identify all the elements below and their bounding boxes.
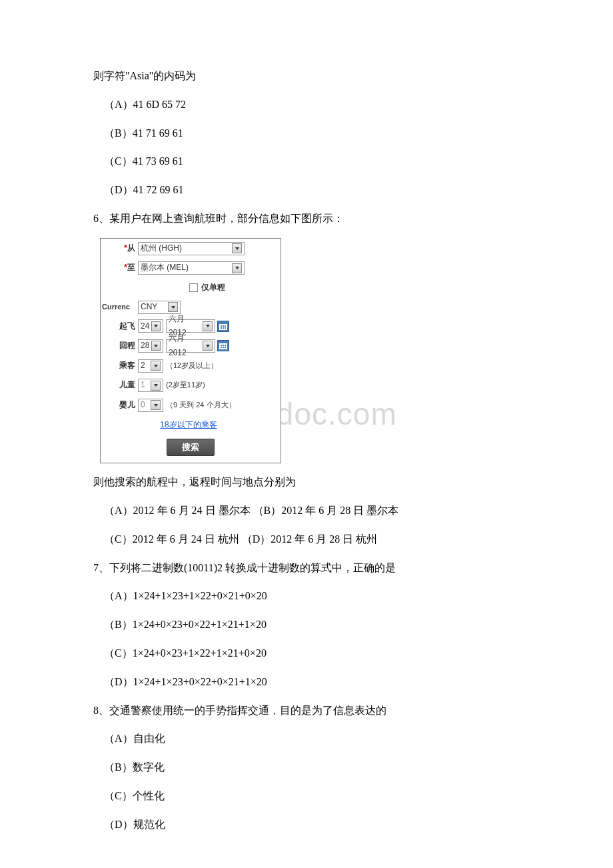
from-label: *从 bbox=[101, 241, 138, 256]
currency-value: CNY bbox=[141, 300, 166, 315]
q6-stem: 6、某用户在网上查询航班时，部分信息如下图所示： bbox=[93, 209, 526, 229]
q6-after: 则他搜索的航程中，返程时间与地点分别为 bbox=[93, 473, 526, 492]
q8-option-a: （A）自由化 bbox=[93, 729, 526, 749]
child-hint: (2岁至11岁) bbox=[166, 379, 205, 392]
q8-stem: 8、交通警察使用统一的手势指挥交通，目的是为了信息表达的 bbox=[93, 701, 526, 721]
q5-option-b: （B）41 71 69 61 bbox=[93, 124, 526, 143]
pax-label: 乘客 bbox=[101, 359, 138, 373]
q6-option-ab: （A）2012 年 6 月 24 日 墨尔本 （B）2012 年 6 月 28 … bbox=[93, 501, 526, 521]
pax-value: 2 bbox=[141, 359, 149, 373]
return-day-select[interactable]: 28 bbox=[138, 339, 163, 353]
depart-month-select[interactable]: 六月 2012 bbox=[166, 319, 215, 333]
q7-option-b: （B）1×24+0×23+0×22+1×21+1×20 bbox=[93, 615, 526, 635]
q8-option-b: （B）数字化 bbox=[93, 758, 526, 777]
flight-search-form: *从 杭州 (HGH) *至 墨尔本 (MEL) 仅单程 Currenc CNY… bbox=[100, 238, 281, 463]
depart-label: 起飞 bbox=[101, 319, 138, 334]
q5-option-a: （A）41 6D 65 72 bbox=[93, 95, 526, 115]
chevron-down-icon bbox=[151, 341, 161, 351]
child-select[interactable]: 1 bbox=[138, 379, 163, 392]
to-value: 墨尔本 (MEL) bbox=[141, 261, 230, 275]
infant-label: 婴儿 bbox=[101, 398, 138, 413]
depart-day-select[interactable]: 24 bbox=[138, 319, 163, 333]
calendar-icon[interactable] bbox=[217, 340, 229, 351]
from-select[interactable]: 杭州 (HGH) bbox=[138, 242, 245, 255]
depart-day-value: 24 bbox=[141, 319, 149, 334]
q7-stem: 7、下列将二进制数(10011)2 转换成十进制数的算式中，正确的是 bbox=[93, 559, 526, 578]
chevron-down-icon bbox=[168, 302, 178, 312]
q5-prompt: 则字符"Asia"的内码为 bbox=[93, 67, 526, 86]
return-label: 回程 bbox=[101, 339, 138, 353]
chevron-down-icon bbox=[151, 400, 161, 410]
child-value: 1 bbox=[141, 378, 149, 393]
q6-option-cd: （C）2012 年 6 月 24 日 杭州 （D）2012 年 6 月 28 日… bbox=[93, 530, 526, 549]
search-button[interactable]: 搜索 bbox=[167, 439, 215, 456]
chevron-down-icon bbox=[203, 321, 213, 331]
q5-option-d: （D）41 72 69 61 bbox=[93, 181, 526, 200]
infant-value: 0 bbox=[141, 398, 149, 413]
q7-option-d: （D）1×24+1×23+0×22+0×21+1×20 bbox=[93, 673, 526, 692]
oneway-label: 仅单程 bbox=[201, 281, 225, 295]
q7-option-a: （A）1×24+1×23+1×22+0×21+0×20 bbox=[93, 587, 526, 606]
child-label: 儿童 bbox=[101, 378, 138, 393]
chevron-down-icon bbox=[151, 321, 161, 331]
chevron-down-icon bbox=[232, 263, 242, 273]
q8-option-d: （D）规范化 bbox=[93, 815, 526, 835]
to-select[interactable]: 墨尔本 (MEL) bbox=[138, 261, 245, 275]
return-day-value: 28 bbox=[141, 339, 149, 353]
chevron-down-icon bbox=[232, 243, 242, 253]
infant-hint: （9 天到 24 个月大） bbox=[166, 399, 236, 412]
oneway-checkbox[interactable] bbox=[189, 283, 198, 292]
infant-select[interactable]: 0 bbox=[138, 399, 163, 412]
chevron-down-icon bbox=[151, 361, 161, 371]
currency-label: Currenc bbox=[101, 301, 138, 314]
from-value: 杭州 (HGH) bbox=[141, 241, 230, 256]
to-label: *至 bbox=[101, 261, 138, 275]
pax-hint: （12岁及以上） bbox=[166, 359, 218, 373]
pax-select[interactable]: 2 bbox=[138, 359, 163, 373]
minor-passenger-link[interactable]: 18岁以下的乘客 bbox=[160, 418, 217, 433]
q5-option-c: （C）41 73 69 61 bbox=[93, 152, 526, 171]
return-month-select[interactable]: 六月 2012 bbox=[166, 339, 215, 353]
chevron-down-icon bbox=[203, 341, 213, 351]
return-month-value: 六月 2012 bbox=[169, 331, 201, 360]
q7-option-c: （C）1×24+0×23+1×22+1×21+0×20 bbox=[93, 644, 526, 663]
chevron-down-icon bbox=[151, 381, 161, 391]
q8-option-c: （C）个性化 bbox=[93, 787, 526, 806]
calendar-icon[interactable] bbox=[217, 321, 229, 332]
